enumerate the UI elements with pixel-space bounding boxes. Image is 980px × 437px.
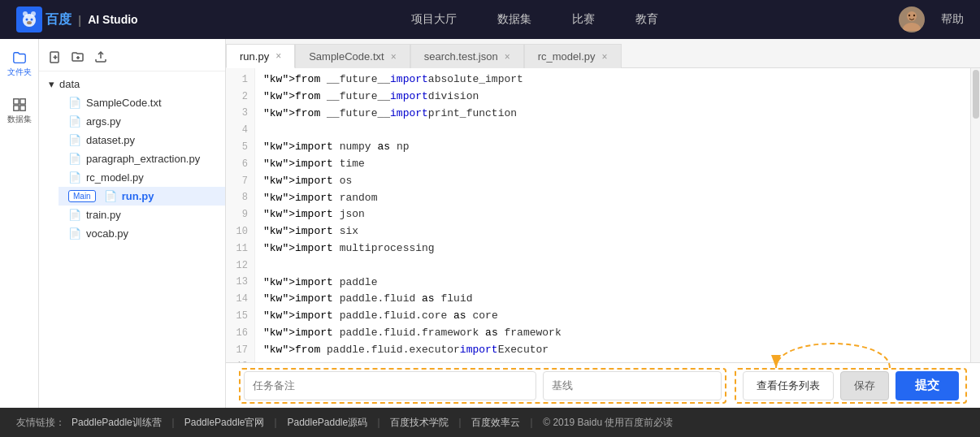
- svg-point-9: [913, 15, 915, 16]
- svg-point-2: [23, 14, 36, 27]
- file-icon-samplecode: 📄: [68, 97, 81, 109]
- line-number: 15: [226, 308, 254, 325]
- footer-prefix: 友情链接：: [16, 416, 65, 430]
- file-name-args: args.py: [86, 115, 121, 128]
- submit-button[interactable]: 提交: [895, 371, 959, 400]
- footer-link-paddlesource[interactable]: PaddlePaddle源码: [287, 416, 367, 430]
- code-line: "kw">import paddle.fluid.framework as fr…: [263, 325, 970, 342]
- sidebar-item-files-label: 文件夹: [7, 67, 32, 78]
- task-note-input[interactable]: [244, 371, 536, 400]
- sidebar-item-dataset[interactable]: 数据集: [2, 94, 37, 128]
- code-line: [263, 122, 970, 139]
- file-icon-dataset: 📄: [68, 134, 81, 146]
- footer-link-baidutechacademy[interactable]: 百度技术学院: [390, 416, 449, 430]
- topnav: 百度 | AI Studio 项目大厅 数据集 比赛 教育 帮助: [0, 0, 980, 39]
- sidebar-item-files[interactable]: 文件夹: [2, 47, 37, 81]
- line-number: 5: [226, 139, 254, 156]
- file-item-runpy[interactable]: Main 📄 run.py: [59, 187, 225, 206]
- nav-link-education[interactable]: 教育: [635, 12, 658, 27]
- svg-point-4: [31, 19, 33, 21]
- scrollbar-thumb[interactable]: [973, 70, 979, 119]
- code-editor: 123456789101112131415161718192021222324 …: [226, 68, 980, 362]
- file-item-vocab[interactable]: 📄 vocab.py: [59, 224, 225, 243]
- code-line: "kw">import json: [263, 206, 970, 223]
- footer-link-paddlecamp[interactable]: PaddlePaddle训练营: [72, 416, 162, 430]
- editor-area: run.py × SampleCode.txt × search.test.js…: [226, 39, 980, 408]
- footer-sep-5: ｜: [527, 416, 536, 430]
- logo-divider: |: [78, 13, 81, 27]
- tab-rcmodel-label: rc_model.py: [538, 50, 596, 63]
- avatar[interactable]: [899, 6, 925, 32]
- new-folder-icon[interactable]: [72, 50, 85, 66]
- file-name-rcmodel: rc_model.py: [86, 171, 144, 184]
- code-content[interactable]: "kw">from __future__ import absolute_imp…: [255, 68, 970, 362]
- file-tree-toolbar: [39, 45, 225, 71]
- file-icon-args: 📄: [68, 115, 81, 128]
- file-item-paragraph[interactable]: 📄 paragraph_extraction.py: [59, 149, 225, 168]
- file-item-train[interactable]: 📄 train.py: [59, 206, 225, 224]
- tab-searchtestjson-label: search.test.json: [424, 50, 498, 63]
- tab-searchtestjson[interactable]: search.test.json ×: [410, 44, 524, 68]
- code-line: "kw">import os: [263, 173, 970, 190]
- svg-point-7: [903, 23, 921, 31]
- code-line: "kw">import numpy as np: [263, 139, 970, 156]
- tab-rcmodel[interactable]: rc_model.py ×: [524, 44, 622, 68]
- svg-rect-10: [13, 99, 18, 104]
- tab-searchtestjson-close[interactable]: ×: [505, 52, 510, 62]
- line-number: 1: [226, 71, 254, 89]
- tab-samplecode-label: SampleCode.txt: [309, 50, 384, 63]
- tab-rcmodel-close[interactable]: ×: [602, 52, 608, 62]
- code-line: "kw">import paddle.fluid.core as core: [263, 308, 970, 325]
- file-icon-vocab: 📄: [68, 227, 81, 240]
- line-number: 3: [226, 106, 254, 123]
- line-number: 12: [226, 257, 254, 275]
- file-name-samplecode: SampleCode.txt: [86, 97, 162, 109]
- code-line: "kw">from paddle.fluid.executor import E…: [263, 342, 970, 359]
- line-number: 10: [226, 223, 254, 240]
- line-number: 11: [226, 240, 254, 257]
- tab-runpy-close[interactable]: ×: [275, 51, 281, 61]
- line-number: 8: [226, 190, 254, 207]
- file-tree-children: 📄 SampleCode.txt 📄 args.py 📄 dataset.py …: [39, 93, 225, 243]
- tabs-bar: run.py × SampleCode.txt × search.test.js…: [226, 39, 980, 68]
- tab-samplecode-close[interactable]: ×: [391, 52, 397, 62]
- sidebar-icons: 文件夹 数据集: [0, 39, 39, 408]
- nav-link-competition[interactable]: 比赛: [572, 12, 595, 27]
- footer-link-paddleofficial[interactable]: PaddlePaddle官网: [184, 416, 265, 430]
- baseline-input[interactable]: [543, 371, 722, 400]
- code-line: "kw">import multiprocessing: [263, 240, 970, 257]
- code-line: "kw">from __future__ import absolute_imp…: [263, 71, 970, 89]
- svg-point-8: [908, 15, 910, 16]
- file-item-samplecode[interactable]: 📄 SampleCode.txt: [59, 93, 225, 112]
- file-icon-runpy: 📄: [104, 190, 117, 202]
- file-item-dataset[interactable]: 📄 dataset.py: [59, 131, 225, 149]
- nav-link-datasets[interactable]: 数据集: [497, 12, 531, 27]
- line-numbers: 123456789101112131415161718192021222324: [226, 68, 255, 362]
- tab-samplecode[interactable]: SampleCode.txt ×: [295, 44, 410, 68]
- root-folder-name: data: [59, 78, 80, 90]
- footer-sep-2: ｜: [271, 416, 280, 430]
- view-tasks-button[interactable]: 查看任务列表: [743, 371, 834, 400]
- footer-link-baiduefficiency[interactable]: 百度效率云: [471, 416, 520, 430]
- file-item-rcmodel[interactable]: 📄 rc_model.py: [59, 168, 225, 187]
- upload-icon[interactable]: [94, 50, 107, 66]
- footer-sep-1: ｜: [168, 416, 178, 430]
- vertical-scrollbar[interactable]: [970, 68, 980, 362]
- task-input-area: [239, 368, 726, 404]
- new-file-icon[interactable]: [49, 50, 62, 66]
- line-number: 16: [226, 325, 254, 342]
- file-tree-root[interactable]: ▾ data: [39, 75, 225, 93]
- help-link[interactable]: 帮助: [941, 12, 964, 27]
- topnav-links: 项目大厅 数据集 比赛 教育: [171, 12, 899, 27]
- tab-runpy[interactable]: run.py ×: [226, 44, 295, 68]
- file-name-dataset: dataset.py: [86, 134, 135, 146]
- nav-link-projects[interactable]: 项目大厅: [411, 12, 457, 27]
- file-item-args[interactable]: 📄 args.py: [59, 112, 225, 131]
- file-name-runpy: run.py: [122, 190, 154, 202]
- line-number: 7: [226, 173, 254, 190]
- bottom-toolbar: 查看任务列表 保存 提交: [226, 362, 980, 408]
- sidebar-item-dataset-label: 数据集: [7, 114, 32, 125]
- file-icon-paragraph: 📄: [68, 153, 81, 165]
- file-name-vocab: vocab.py: [86, 227, 128, 240]
- save-button[interactable]: 保存: [840, 371, 889, 400]
